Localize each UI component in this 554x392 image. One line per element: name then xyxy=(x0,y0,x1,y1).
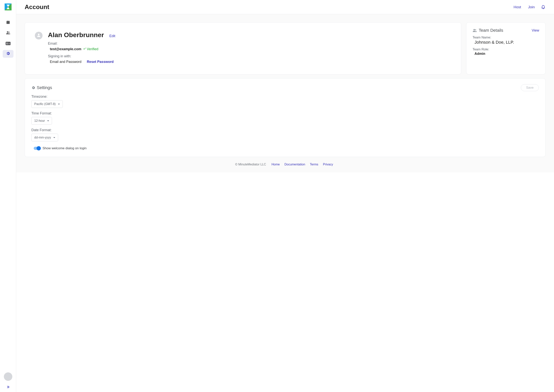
svg-rect-6 xyxy=(7,21,7,21)
gear-icon xyxy=(6,51,10,56)
settings-heading: Settings xyxy=(37,85,52,90)
signin-method: Email and Password xyxy=(50,60,81,64)
footer-link-home[interactable]: Home xyxy=(272,163,280,166)
edit-profile-link[interactable]: Edit xyxy=(109,34,115,38)
current-user-avatar[interactable] xyxy=(4,372,12,381)
email-label: Email: xyxy=(48,42,115,46)
reset-password-link[interactable]: Reset Password xyxy=(87,60,114,64)
join-link[interactable]: Join xyxy=(528,5,535,9)
footer-link-privacy[interactable]: Privacy xyxy=(323,163,333,166)
expand-sidebar-button[interactable] xyxy=(6,385,10,390)
signin-label: Signing in with: xyxy=(48,54,115,58)
check-icon xyxy=(83,47,86,51)
timezone-label: Timezone: xyxy=(31,95,539,99)
welcome-dialog-toggle[interactable] xyxy=(34,147,40,150)
footer-link-documentation[interactable]: Documentation xyxy=(284,163,305,166)
main: Account Host Join xyxy=(16,0,554,392)
timezone-value: Pacific (GMT-8) xyxy=(34,102,56,106)
settings-card: Settings Save Timezone: Pacific (GMT-8) … xyxy=(25,78,546,157)
date-format-label: Date Format: xyxy=(31,128,539,132)
caret-down-icon xyxy=(58,104,60,105)
user-icon xyxy=(36,33,41,38)
sidebar-item-billing[interactable]: $ — xyxy=(3,40,14,47)
time-format-select[interactable]: 12-hour xyxy=(31,117,52,125)
topbar: Account Host Join xyxy=(16,0,554,14)
email-value: test@example.com xyxy=(50,47,81,51)
people-icon xyxy=(473,28,477,33)
date-format-value: dd-mm-yyyy xyxy=(34,136,51,139)
chevrons-right-icon xyxy=(6,386,10,390)
profile-avatar xyxy=(35,32,43,39)
caret-down-icon xyxy=(47,120,49,121)
profile-name: Alan Oberbrunner xyxy=(48,31,104,38)
view-team-link[interactable]: View xyxy=(532,28,539,33)
sidebar-item-settings[interactable] xyxy=(3,50,14,58)
svg-rect-7 xyxy=(8,21,9,21)
copyright: © MinuteMediator LLC xyxy=(235,163,266,166)
gear-icon xyxy=(31,86,35,90)
notifications-button[interactable] xyxy=(541,4,546,10)
sidebar-item-calendar[interactable] xyxy=(3,19,14,27)
team-name-value: Johnson & Doe, LLP. xyxy=(475,40,539,45)
profile-card: Alan Oberbrunner Edit Email: test@exampl… xyxy=(25,22,461,74)
team-card: Team Details View Team Name: Johnson & D… xyxy=(466,22,546,74)
svg-point-8 xyxy=(7,31,8,33)
bell-icon xyxy=(541,4,546,10)
caret-down-icon xyxy=(53,137,55,138)
calendar-icon xyxy=(6,20,10,25)
footer: © MinuteMediator LLC Home Documentation … xyxy=(25,157,546,168)
email-verified-badge: Verified xyxy=(83,47,98,51)
verified-label: Verified xyxy=(87,47,98,51)
host-link[interactable]: Host xyxy=(514,5,521,9)
people-icon xyxy=(6,31,10,35)
time-format-label: Time Format: xyxy=(31,111,539,115)
svg-point-9 xyxy=(8,32,9,33)
save-button[interactable]: Save xyxy=(521,84,539,91)
page-title: Account xyxy=(25,3,49,11)
svg-point-13 xyxy=(475,29,476,31)
team-role-value: Admin xyxy=(475,52,539,56)
sidebar: $ — xyxy=(0,0,16,392)
team-role-label: Team Role: xyxy=(473,48,539,51)
footer-link-terms[interactable]: Terms xyxy=(310,163,318,166)
logo-icon xyxy=(4,3,12,11)
time-format-value: 12-hour xyxy=(34,119,45,123)
team-name-label: Team Name: xyxy=(473,35,539,39)
timezone-select[interactable]: Pacific (GMT-8) xyxy=(31,100,63,108)
billing-icon: $ — xyxy=(6,42,11,45)
svg-point-12 xyxy=(474,29,475,30)
date-format-select[interactable]: dd-mm-yyyy xyxy=(31,134,58,141)
svg-point-11 xyxy=(38,34,39,35)
sidebar-item-team[interactable] xyxy=(3,29,14,37)
team-heading: Team Details xyxy=(479,28,530,33)
welcome-dialog-label: Show welcome dialog on login xyxy=(43,146,87,150)
